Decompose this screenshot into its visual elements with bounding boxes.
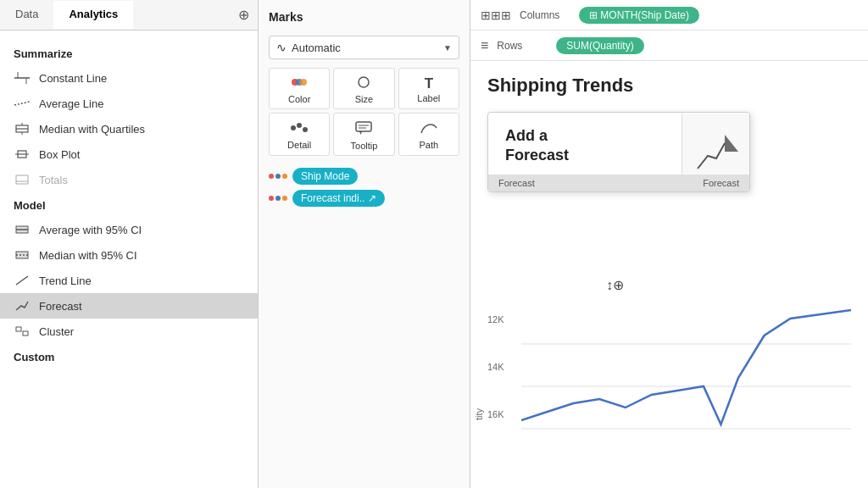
rows-label: Rows xyxy=(497,40,548,52)
svg-line-18 xyxy=(16,276,28,285)
marks-panel: Marks ∿ Automatic ▼ Color xyxy=(259,0,470,488)
tab-bar: Data Analytics ⊕ xyxy=(0,0,258,30)
forecast-label: Forecast xyxy=(39,300,82,313)
chart-panel: ⊞⊞⊞ Columns ⊞ MONTH(Ship Date) ≡ Rows SU… xyxy=(470,0,868,488)
median-ci-label: Median with 95% CI xyxy=(39,249,137,262)
label-icon: T xyxy=(425,76,433,91)
analytics-item-avg-ci[interactable]: Average with 95% CI xyxy=(0,217,258,242)
trend-line-icon xyxy=(14,272,31,289)
cluster-icon xyxy=(14,323,31,340)
columns-pill[interactable]: ⊞ MONTH(Ship Date) xyxy=(579,7,699,24)
median-quartiles-icon xyxy=(14,120,31,137)
label-button[interactable]: T Label xyxy=(398,68,459,109)
forecast-bottom-bar: Forecast Forecast xyxy=(488,175,749,191)
color-icon xyxy=(290,75,309,92)
left-panel: Data Analytics ⊕ Summarize Constant Line xyxy=(0,0,259,488)
forecast-tooltip-box[interactable]: Add a Forecast Forecast Forecast xyxy=(487,112,750,192)
size-icon xyxy=(354,75,373,92)
tooltip-icon xyxy=(354,120,373,138)
forecast-icon xyxy=(14,297,31,314)
svg-line-3 xyxy=(14,102,30,105)
forecast-indi-dots xyxy=(269,196,287,201)
size-label: Size xyxy=(355,94,373,104)
marks-type-dropdown[interactable]: ∿ Automatic ▼ xyxy=(269,36,459,59)
rows-pill[interactable]: SUM(Quantity) xyxy=(556,37,643,54)
analytics-item-trend-line[interactable]: Trend Line xyxy=(0,268,258,293)
svg-rect-19 xyxy=(16,327,21,331)
analytics-item-cluster[interactable]: Cluster xyxy=(0,319,258,344)
svg-rect-20 xyxy=(23,331,28,336)
analytics-item-median-quartiles[interactable]: Median with Quartiles xyxy=(0,116,258,141)
svg-point-24 xyxy=(359,77,369,87)
tab-analytics[interactable]: Analytics xyxy=(53,1,133,29)
dot-blue xyxy=(275,174,281,179)
box-plot-icon xyxy=(14,146,31,163)
ship-mode-row: Ship Mode xyxy=(269,168,459,185)
analytics-item-totals: Totals xyxy=(0,167,258,192)
analytics-item-forecast[interactable]: Forecast xyxy=(0,293,258,319)
marks-buttons-grid: Color Size T Label Deta xyxy=(269,68,459,156)
svg-point-25 xyxy=(291,125,296,130)
totals-label: Totals xyxy=(39,174,68,186)
color-button[interactable]: Color xyxy=(269,68,330,109)
y-axis-16k: 16K xyxy=(487,408,504,420)
constant-line-label: Constant Line xyxy=(39,72,107,85)
detail-button[interactable]: Detail xyxy=(269,113,330,156)
svg-point-23 xyxy=(300,79,307,86)
label-label: Label xyxy=(417,93,440,103)
tab-options[interactable]: ⊕ xyxy=(230,0,258,30)
avg-ci-label: Average with 95% CI xyxy=(39,224,142,236)
summarize-header: Summarize xyxy=(0,41,258,65)
dot-orange2 xyxy=(282,196,287,201)
rows-shelf-icon: ≡ xyxy=(481,38,488,53)
svg-marker-32 xyxy=(725,135,738,152)
svg-rect-28 xyxy=(356,122,371,131)
analytics-item-average-line[interactable]: Average Line xyxy=(0,91,258,116)
model-header: Model xyxy=(0,192,258,217)
svg-point-26 xyxy=(297,123,302,128)
tooltip-button[interactable]: Tooltip xyxy=(333,113,394,156)
analytics-content: Summarize Constant Line Average Line xyxy=(0,30,258,488)
path-button[interactable]: Path xyxy=(398,113,459,156)
pills-area: Ship Mode Forecast indi.. ↗ xyxy=(269,168,459,207)
svg-rect-16 xyxy=(16,252,28,258)
forecast-indi-row: Forecast indi.. ↗ xyxy=(269,190,459,207)
analytics-item-constant-line[interactable]: Constant Line xyxy=(0,65,258,91)
dot-red2 xyxy=(269,196,274,201)
chart-area: Shipping Trends Add a Forecast Forecast … xyxy=(470,61,868,488)
custom-header: Custom xyxy=(0,344,258,369)
automatic-icon: ∿ xyxy=(276,41,287,54)
size-button[interactable]: Size xyxy=(333,68,394,109)
average-line-label: Average Line xyxy=(39,97,103,110)
y-axis-title: tity xyxy=(474,408,484,420)
average-line-icon xyxy=(14,95,31,112)
columns-shelf-icon: ⊞⊞⊞ xyxy=(481,8,511,22)
analytics-item-box-plot[interactable]: Box Plot xyxy=(0,141,258,167)
tooltip-label: Tooltip xyxy=(351,141,378,151)
cluster-label: Cluster xyxy=(39,325,74,338)
detail-label: Detail xyxy=(287,140,311,150)
dot-red xyxy=(269,174,274,179)
svg-point-27 xyxy=(303,127,308,132)
dot-orange xyxy=(282,174,287,179)
trend-line-label: Trend Line xyxy=(39,274,92,287)
ship-mode-pill[interactable]: Ship Mode xyxy=(292,168,358,185)
analytics-item-median-ci[interactable]: Median with 95% CI xyxy=(0,242,258,268)
constant-line-icon xyxy=(14,69,31,86)
totals-icon xyxy=(14,171,31,188)
forecast-indicator-pill[interactable]: Forecast indi.. ↗ xyxy=(292,190,385,207)
tab-data[interactable]: Data xyxy=(0,1,53,29)
forecast-add-title: Add a Forecast xyxy=(505,126,569,166)
median-quartiles-label: Median with Quartiles xyxy=(39,123,145,136)
forecast-bottom-left: Forecast xyxy=(498,178,535,188)
marks-title: Marks xyxy=(269,10,459,24)
y-axis-14k: 14K xyxy=(487,360,504,373)
median-ci-icon xyxy=(14,247,31,263)
columns-label: Columns xyxy=(520,9,570,21)
rows-shelf: ≡ Rows SUM(Quantity) xyxy=(470,30,868,61)
svg-rect-12 xyxy=(16,175,28,184)
chart-title: Shipping Trends xyxy=(487,75,851,97)
ship-mode-dots xyxy=(269,174,287,179)
y-axis-12k: 12K xyxy=(487,313,504,325)
box-plot-label: Box Plot xyxy=(39,148,80,161)
